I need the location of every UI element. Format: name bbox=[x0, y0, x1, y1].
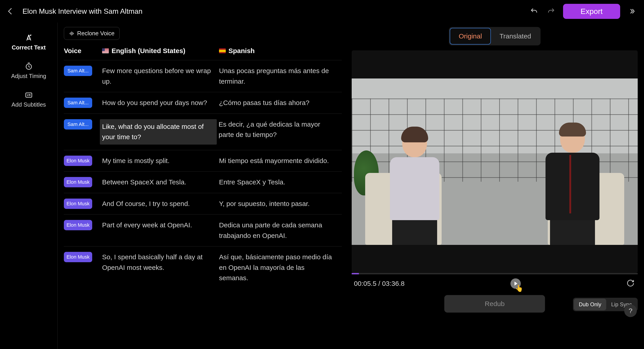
subtitles-icon bbox=[24, 90, 33, 100]
transcript-panel: Reclone Voice Voice English (United Stat… bbox=[58, 22, 346, 349]
chevron-left-icon bbox=[8, 8, 14, 14]
speaker-badge[interactable]: Sam Alt... bbox=[64, 66, 92, 76]
speaker-badge[interactable]: Elon Musk bbox=[64, 220, 92, 230]
target-text[interactable]: Entre SpaceX y Tesla. bbox=[219, 177, 342, 188]
waveform-icon bbox=[69, 31, 74, 36]
left-sidebar: Correct Text Adjust Timing Add Subtitles bbox=[0, 22, 58, 349]
tab-original[interactable]: Original bbox=[450, 28, 491, 44]
progress-bar[interactable] bbox=[352, 273, 638, 274]
speaker-badge[interactable]: Elon Musk bbox=[64, 177, 92, 187]
speaker-badge[interactable]: Sam Alt... bbox=[64, 98, 92, 108]
source-lang-label: English (United States) bbox=[112, 47, 185, 55]
undo-button[interactable] bbox=[529, 6, 539, 16]
project-title: Elon Musk Interview with Sam Altman bbox=[22, 7, 142, 16]
total-duration: 03:36.8 bbox=[382, 280, 404, 287]
transcript-row[interactable]: Sam Alt...Like, what do you allocate mos… bbox=[64, 114, 342, 150]
svg-rect-3 bbox=[70, 32, 71, 35]
speaker-badge[interactable]: Sam Alt... bbox=[64, 119, 92, 130]
target-text[interactable]: Es decir, ¿a qué dedicas la mayor parte … bbox=[218, 119, 342, 140]
reclone-voice-button[interactable]: Reclone Voice bbox=[64, 27, 120, 40]
mode-dub-only[interactable]: Dub Only bbox=[574, 299, 606, 310]
source-text[interactable]: Between SpaceX and Tesla. bbox=[102, 177, 219, 188]
time-separator: / bbox=[378, 280, 382, 287]
sidebar-label: Correct Text bbox=[12, 44, 46, 51]
double-chevron-right-icon bbox=[628, 8, 636, 15]
preview-tabs: Original Translated bbox=[449, 27, 540, 46]
svg-rect-5 bbox=[72, 32, 73, 35]
column-voice: Voice bbox=[64, 47, 102, 55]
current-time: 00:05.5 bbox=[354, 280, 376, 287]
sidebar-item-add-subtitles[interactable]: Add Subtitles bbox=[0, 85, 57, 114]
video-frame-content bbox=[352, 78, 638, 245]
target-lang-label: Spanish bbox=[228, 47, 255, 55]
flag-us-icon bbox=[102, 48, 109, 53]
text-edit-icon bbox=[24, 33, 33, 42]
redo-icon bbox=[547, 7, 555, 15]
loop-button[interactable] bbox=[626, 279, 636, 288]
speaker-badge[interactable]: Elon Musk bbox=[64, 252, 92, 262]
svg-rect-2 bbox=[70, 33, 70, 34]
target-text[interactable]: Y, por supuesto, intento pasar. bbox=[219, 198, 342, 209]
transcript-row[interactable]: Sam Alt...Few more questions before we w… bbox=[64, 60, 342, 92]
source-text[interactable]: My time is mostly split. bbox=[102, 156, 219, 166]
transcript-row[interactable]: Elon MuskMy time is mostly split.Mi tiem… bbox=[64, 150, 342, 172]
target-text[interactable]: Dedica una parte de cada semana trabajan… bbox=[219, 220, 342, 241]
tab-translated[interactable]: Translated bbox=[491, 28, 540, 44]
source-text[interactable]: So, I spend basically half a day at Open… bbox=[102, 252, 219, 273]
preview-panel: Original Translated bbox=[346, 22, 644, 349]
svg-rect-4 bbox=[72, 32, 72, 36]
source-text[interactable]: Few more questions before we wrap up. bbox=[102, 66, 219, 86]
source-text[interactable]: And Of course, I try to spend. bbox=[102, 198, 219, 209]
sidebar-label: Add Subtitles bbox=[12, 101, 46, 108]
sidebar-item-correct-text[interactable]: Correct Text bbox=[0, 28, 57, 56]
transcript-row[interactable]: Elon MuskBetween SpaceX and Tesla.Entre … bbox=[64, 171, 342, 193]
transcript-header: Voice English (United States) Spanish bbox=[64, 44, 346, 60]
reclone-label: Reclone Voice bbox=[77, 30, 114, 37]
top-bar: Elon Musk Interview with Sam Altman Expo… bbox=[0, 0, 644, 22]
target-text[interactable]: Mi tiempo está mayormente dividido. bbox=[219, 156, 342, 166]
sidebar-item-adjust-timing[interactable]: Adjust Timing bbox=[0, 56, 57, 85]
column-source: English (United States) bbox=[102, 47, 219, 55]
transcript-row[interactable]: Elon MuskAnd Of course, I try to spend.Y… bbox=[64, 193, 342, 214]
flag-es-icon bbox=[219, 48, 226, 53]
transcript-list[interactable]: Sam Alt...Few more questions before we w… bbox=[64, 60, 346, 349]
target-text[interactable]: ¿Cómo pasas tus días ahora? bbox=[219, 98, 342, 108]
redo-button[interactable] bbox=[546, 6, 556, 16]
svg-rect-6 bbox=[73, 33, 74, 34]
speaker-badge[interactable]: Elon Musk bbox=[64, 198, 92, 209]
video-player[interactable] bbox=[352, 50, 638, 273]
column-target: Spanish bbox=[219, 47, 346, 55]
source-text[interactable]: Like, what do you allocate most of your … bbox=[100, 119, 217, 144]
target-text[interactable]: Así que, básicamente paso medio día en O… bbox=[219, 252, 342, 283]
clock-icon bbox=[24, 62, 33, 71]
transcript-row[interactable]: Sam Alt...How do you spend your days now… bbox=[64, 92, 342, 114]
time-display: 00:05.5 / 03:36.8 bbox=[354, 280, 404, 288]
sidebar-label: Adjust Timing bbox=[11, 73, 46, 80]
transcript-row[interactable]: Elon MuskSo, I spend basically half a da… bbox=[64, 246, 342, 289]
source-text[interactable]: Part of every week at OpenAI. bbox=[102, 220, 219, 230]
help-button[interactable]: ? bbox=[624, 304, 637, 317]
target-text[interactable]: Unas pocas preguntas más antes de termin… bbox=[219, 66, 342, 86]
back-button[interactable] bbox=[7, 7, 16, 16]
redub-button[interactable]: Redub bbox=[444, 295, 545, 312]
play-button[interactable] bbox=[510, 278, 521, 289]
source-text[interactable]: How do you spend your days now? bbox=[102, 98, 219, 108]
player-controls: 00:05.5 / 03:36.8 👆 bbox=[352, 274, 638, 293]
progress-fill bbox=[352, 273, 359, 274]
transcript-row[interactable]: Elon MuskPart of every week at OpenAI.De… bbox=[64, 214, 342, 246]
expand-button[interactable] bbox=[627, 6, 637, 16]
speaker-badge[interactable]: Elon Musk bbox=[64, 156, 92, 166]
loop-icon bbox=[626, 279, 634, 287]
svg-rect-1 bbox=[26, 93, 32, 97]
export-button[interactable]: Export bbox=[563, 4, 620, 19]
undo-icon bbox=[530, 7, 538, 15]
